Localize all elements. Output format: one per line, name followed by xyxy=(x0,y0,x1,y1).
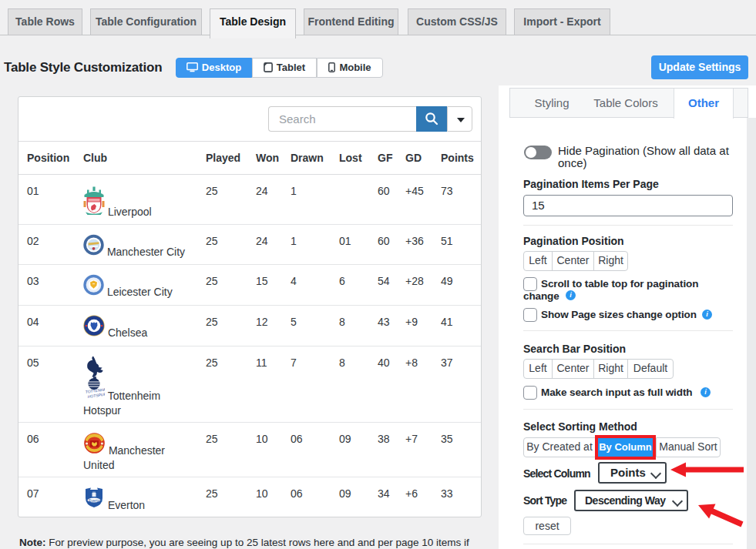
svg-text:Everton: Everton xyxy=(89,498,102,503)
